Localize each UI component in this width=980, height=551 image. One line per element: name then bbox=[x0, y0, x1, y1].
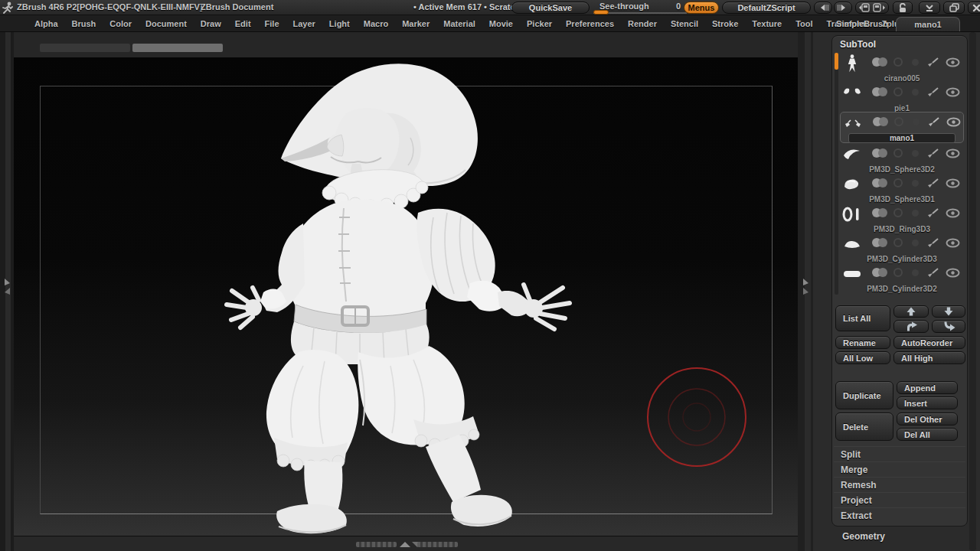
menu-stencil[interactable]: Stencil bbox=[664, 19, 705, 28]
restore-button[interactable] bbox=[943, 2, 965, 14]
visibility-eye-icon[interactable] bbox=[946, 117, 961, 127]
ghost-toggle-icon[interactable] bbox=[893, 238, 903, 247]
all-high-button[interactable]: All High bbox=[893, 351, 965, 364]
uv-toggle-icon[interactable] bbox=[912, 180, 919, 187]
menu-macro[interactable]: Macro bbox=[357, 19, 395, 28]
section-geometry[interactable]: Geometry bbox=[842, 531, 885, 542]
del-other-button[interactable]: Del Other bbox=[897, 412, 958, 425]
left-tray-toggle-icon[interactable] bbox=[2, 277, 11, 297]
menu-tool[interactable]: Tool bbox=[789, 19, 819, 28]
autoreorder-button[interactable]: AutoReorder bbox=[893, 336, 965, 349]
polypaint-icon[interactable] bbox=[872, 87, 887, 96]
polypaint-icon[interactable] bbox=[872, 208, 887, 217]
subtool-item-pm3d-sphere3d2[interactable]: PM3D_Sphere3D2 bbox=[841, 144, 962, 174]
polypaint-icon[interactable] bbox=[872, 238, 887, 247]
visibility-eye-icon[interactable] bbox=[946, 178, 960, 188]
menu-brush[interactable]: Brush bbox=[65, 19, 103, 28]
all-low-button[interactable]: All Low bbox=[835, 351, 890, 364]
dock-panels-button[interactable] bbox=[855, 2, 889, 14]
append-button[interactable]: Append bbox=[897, 381, 958, 394]
menu-picker[interactable]: Picker bbox=[520, 19, 559, 28]
del-all-button[interactable]: Del All bbox=[897, 428, 958, 441]
uv-toggle-icon[interactable] bbox=[912, 210, 919, 217]
section-project[interactable]: Project bbox=[834, 492, 965, 507]
visibility-eye-icon[interactable] bbox=[946, 148, 960, 158]
timeline-bar-right[interactable] bbox=[417, 542, 458, 547]
menu-material[interactable]: Material bbox=[436, 19, 482, 28]
section-extract[interactable]: Extract bbox=[834, 507, 965, 523]
brush-icon[interactable] bbox=[926, 207, 939, 219]
subtool-item-cirano005[interactable]: cirano005 bbox=[841, 53, 962, 83]
menu-texture[interactable]: Texture bbox=[745, 19, 789, 28]
move-down-button[interactable] bbox=[932, 305, 965, 318]
menu-movie[interactable]: Movie bbox=[482, 19, 520, 28]
brush-icon[interactable] bbox=[926, 237, 939, 249]
visibility-eye-icon[interactable] bbox=[946, 87, 960, 97]
ghost-toggle-icon[interactable] bbox=[893, 178, 903, 187]
close-button[interactable] bbox=[968, 2, 980, 14]
polypaint-icon[interactable] bbox=[872, 148, 887, 158]
doc-scrollbar-thumb[interactable] bbox=[132, 44, 223, 52]
ghost-toggle-icon[interactable] bbox=[893, 208, 903, 217]
timeline-bar-left[interactable] bbox=[356, 542, 397, 547]
subtool-item-pm3d-sphere3d1[interactable]: PM3D_Sphere3D1 bbox=[841, 174, 962, 204]
uv-toggle-icon[interactable] bbox=[912, 59, 919, 66]
menu-color[interactable]: Color bbox=[103, 19, 139, 28]
default-zscript-button[interactable]: DefaultZScript bbox=[722, 2, 811, 14]
subtool-scrollbar[interactable] bbox=[835, 53, 838, 295]
lock-button[interactable] bbox=[893, 2, 913, 14]
brush-icon[interactable] bbox=[926, 267, 939, 279]
brush-icon[interactable] bbox=[926, 178, 939, 189]
duplicate-button[interactable]: Duplicate bbox=[835, 381, 893, 409]
brush-icon[interactable] bbox=[926, 86, 939, 98]
polypaint-icon[interactable] bbox=[872, 268, 887, 277]
brush-icon[interactable] bbox=[926, 57, 939, 68]
ghost-toggle-icon[interactable] bbox=[893, 148, 903, 158]
ghost-toggle-icon[interactable] bbox=[894, 117, 903, 126]
section-remesh[interactable]: Remesh bbox=[834, 477, 965, 492]
scroll-up-icon[interactable] bbox=[400, 542, 410, 547]
menu-preferences[interactable]: Preferences bbox=[559, 19, 621, 28]
see-through-handle[interactable] bbox=[593, 10, 609, 15]
menus-button[interactable]: Menus bbox=[684, 2, 719, 14]
menu-alpha[interactable]: Alpha bbox=[28, 19, 65, 28]
menu-file[interactable]: File bbox=[258, 19, 286, 28]
prev-interface-page-button[interactable] bbox=[814, 2, 832, 14]
subtool-item-mano1-selected[interactable]: mano1 bbox=[840, 112, 964, 143]
tab-mano1[interactable]: mano1 bbox=[896, 17, 960, 31]
visibility-eye-icon[interactable] bbox=[946, 238, 960, 248]
menu-draw[interactable]: Draw bbox=[194, 19, 228, 28]
section-merge[interactable]: Merge bbox=[834, 461, 965, 477]
menu-stroke[interactable]: Stroke bbox=[705, 19, 745, 28]
tab-simplebrush[interactable]: SimpleBrush bbox=[835, 17, 890, 31]
minimize-button[interactable] bbox=[919, 2, 940, 14]
polypaint-icon[interactable] bbox=[873, 117, 888, 126]
left-tray-divider[interactable] bbox=[0, 32, 14, 551]
see-through-slider[interactable]: See-through 0 bbox=[593, 1, 693, 15]
subtool-item-pm3d-cylinder3d3[interactable]: PM3D_Cylinder3D3 bbox=[841, 233, 962, 263]
move-to-bottom-button[interactable] bbox=[932, 320, 965, 333]
visibility-eye-icon[interactable] bbox=[946, 268, 960, 278]
tray-scrollbar[interactable] bbox=[969, 32, 976, 551]
move-to-top-button[interactable] bbox=[893, 320, 929, 333]
right-tray-divider[interactable] bbox=[798, 32, 813, 551]
subtool-panel-title[interactable]: SubTool bbox=[840, 39, 876, 50]
insert-button[interactable]: Insert bbox=[897, 396, 958, 409]
next-interface-page-button[interactable] bbox=[834, 2, 852, 14]
visibility-eye-icon[interactable] bbox=[946, 208, 960, 218]
list-all-button[interactable]: List All bbox=[835, 305, 890, 331]
visibility-eye-icon[interactable] bbox=[946, 57, 960, 67]
move-up-button[interactable] bbox=[893, 305, 929, 318]
right-tray-toggle-icon[interactable] bbox=[801, 277, 810, 297]
doc-scrollbar-left[interactable] bbox=[40, 44, 130, 52]
subtool-item-pie1[interactable]: pie1 bbox=[841, 83, 962, 112]
brush-icon[interactable] bbox=[926, 148, 939, 159]
menu-marker[interactable]: Marker bbox=[395, 19, 436, 28]
uv-toggle-icon[interactable] bbox=[913, 119, 920, 126]
document-canvas[interactable] bbox=[14, 57, 798, 536]
menu-document[interactable]: Document bbox=[139, 19, 194, 28]
delete-button[interactable]: Delete bbox=[835, 412, 893, 441]
uv-toggle-icon[interactable] bbox=[912, 240, 919, 246]
uv-toggle-icon[interactable] bbox=[912, 269, 919, 276]
uv-toggle-icon[interactable] bbox=[912, 89, 919, 96]
